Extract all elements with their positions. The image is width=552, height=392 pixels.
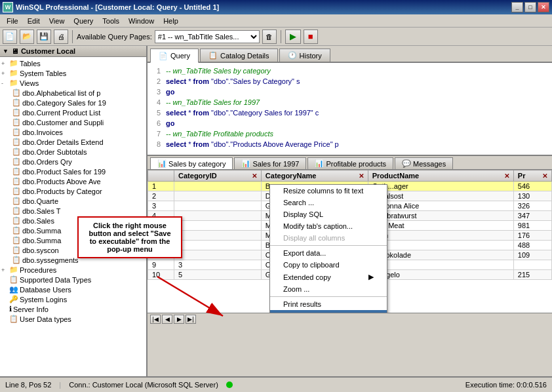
results-tab-label: Sales for 1997 <box>252 160 299 168</box>
sidebar-item-system-tables[interactable]: + 📁 System Tables <box>1 68 145 78</box>
list-item[interactable]: 📋dbo.Order Details Extend <box>12 137 145 147</box>
connection-info: Conn.: Customer Local (Microsoft SQL Ser… <box>69 381 218 389</box>
sidebar-header: ▼ 🖥 Customer Local <box>0 46 146 57</box>
ctx-item-label: Print results <box>283 300 321 308</box>
stop-button[interactable]: ■ <box>304 29 318 44</box>
ctx-item-modify-caption[interactable]: Modify tab's caption... <box>270 220 387 232</box>
sidebar-item-system-logins[interactable]: 🔑 System Logins <box>1 294 145 304</box>
ctx-item-copy-clipboard[interactable]: Copy to clipboard <box>270 259 387 271</box>
ctx-item-display-sql[interactable]: Display SQL <box>270 208 387 220</box>
delete-query-button[interactable]: 🗑 <box>262 29 277 44</box>
ctx-item-extended-copy[interactable]: Extended copy ▶ <box>270 271 387 283</box>
editor-line: 5 select * from "dbo"."Category Sales fo… <box>150 108 549 118</box>
minimize-button[interactable]: _ <box>511 2 523 12</box>
col-header-pr: Pr ✕ <box>513 170 551 182</box>
list-item[interactable]: 📋dbo.Invoices <box>12 127 145 137</box>
results-tab-label: Profitable products <box>326 160 386 168</box>
editor-line: 3 go <box>150 87 549 97</box>
ctx-item-save-executable[interactable]: Save to executable... <box>270 310 387 313</box>
results-tab-profitable[interactable]: 📊 Profitable products <box>307 157 393 169</box>
sidebar-icon: 🖥 <box>11 47 18 55</box>
list-item[interactable]: 📋dbo.Sales T <box>12 206 145 216</box>
tab-query[interactable]: 📄 Query <box>150 49 199 63</box>
sidebar-item-label: Views <box>20 79 39 87</box>
sidebar-item-procedures[interactable]: + 📁 Procedures <box>1 265 145 275</box>
list-item[interactable]: 📋dbo.Customer and Suppli <box>12 117 145 127</box>
ctx-item-label: Display SQL <box>283 210 323 218</box>
col-close-pr[interactable]: ✕ <box>542 172 547 180</box>
list-item[interactable]: 📋dbo.Product Sales for 199 <box>12 167 145 176</box>
ctx-separator <box>270 245 387 246</box>
sidebar-item-server-info[interactable]: ℹ Server Info <box>1 304 145 314</box>
ctx-item-label: Modify tab's caption... <box>283 222 353 230</box>
status-bar: Line 8, Pos 52 | Conn.: Customer Local (… <box>0 376 552 392</box>
ctx-item-display-all-cols: Display all columns <box>270 232 387 244</box>
top-tab-bar: 📄 Query 📋 Catalog Details 🕐 History <box>148 46 552 63</box>
list-item[interactable]: 📋dbo.Alphabetical list of p <box>12 88 145 98</box>
connection-status-dot <box>226 382 233 388</box>
list-item[interactable]: 📋dbo.Orders Qry <box>12 157 145 167</box>
expand-icon: + <box>1 70 8 77</box>
ctx-separator <box>270 296 387 297</box>
list-item[interactable]: 📋dbo.Products by Categor <box>12 186 145 196</box>
sidebar-item-views[interactable]: - 📁 Views <box>1 78 145 88</box>
tab-catalog-label: Catalog Details <box>220 52 269 60</box>
sidebar-item-label: System Logins <box>20 296 67 304</box>
menu-file[interactable]: File <box>3 16 22 26</box>
menu-help[interactable]: Help <box>159 16 182 26</box>
play-button[interactable]: ▶ <box>285 29 301 44</box>
col-close-productname[interactable]: ✕ <box>504 172 509 180</box>
tab-catalog-details[interactable]: 📋 Catalog Details <box>200 49 278 62</box>
sidebar-title: Customer Local <box>21 47 75 55</box>
menu-view[interactable]: View <box>45 16 69 26</box>
app-icon: W <box>3 2 13 12</box>
results-tab-sales-by-category[interactable]: 📊 Sales by category <box>150 157 233 169</box>
list-item[interactable]: 📋dbo.Current Product List <box>12 108 145 117</box>
results-tab-messages[interactable]: 💬 Messages <box>395 157 453 169</box>
ctx-item-print[interactable]: Print results <box>270 298 387 310</box>
close-button[interactable]: ✕ <box>538 2 549 12</box>
ctx-item-export[interactable]: Export data... <box>270 247 387 259</box>
ctx-item-resize[interactable]: Resize columns to fit text <box>270 185 387 197</box>
maximize-button[interactable]: □ <box>524 2 536 12</box>
svg-line-1 <box>157 277 223 316</box>
ctx-item-label: Display all columns <box>283 234 345 242</box>
col-close-categoryid[interactable]: ✕ <box>252 172 257 180</box>
tab-history[interactable]: 🕐 History <box>279 49 330 62</box>
query-editor[interactable]: 1 -- wn_TabTitle Sales by category 2 sel… <box>148 63 552 155</box>
sidebar-item-database-users[interactable]: 👥 Database Users <box>1 284 145 294</box>
expand-icon: + <box>1 60 8 67</box>
list-item[interactable]: 📋dbo.Products Above Ave <box>12 176 145 186</box>
list-item[interactable]: 📋dbo.Order Subtotals <box>12 147 145 157</box>
menu-tools[interactable]: Tools <box>98 16 123 26</box>
print-button[interactable]: 🖨 <box>54 29 68 44</box>
save-button[interactable]: 💾 <box>37 29 51 44</box>
results-tab-sales-1997[interactable]: 📊 Sales for 1997 <box>234 157 306 169</box>
col-header-productname: ProductName ✕ <box>368 170 513 182</box>
new-button[interactable]: 📄 <box>3 29 17 44</box>
menu-window[interactable]: Window <box>125 16 158 26</box>
list-item[interactable]: 📋dbo.Quarte <box>12 196 145 206</box>
list-item[interactable]: 📋dbo.Category Sales for 19 <box>12 98 145 108</box>
sidebar-item-label: User Data types <box>20 315 71 323</box>
editor-line: 2 select * from "dbo"."Sales by Category… <box>150 76 549 87</box>
sidebar-item-supported-data-types[interactable]: 📋 Supported Data Types <box>1 275 145 284</box>
query-pages-select[interactable]: #1 -- wn_TabTitle Sales... <box>155 30 260 43</box>
menu-edit[interactable]: Edit <box>24 16 44 26</box>
editor-line: 7 -- wn_TabTitle Profitable products <box>150 128 549 139</box>
sidebar-item-tables[interactable]: + 📁 Tables <box>1 58 145 68</box>
history-tab-icon: 🕐 <box>288 51 297 60</box>
ctx-item-search[interactable]: Search ... <box>270 197 387 208</box>
open-button[interactable]: 📂 <box>20 29 34 44</box>
col-header-categoryid: CategoryID ✕ <box>174 170 262 182</box>
callout-text: Click the right mouse button and select … <box>89 222 170 253</box>
sidebar-item-user-data-types[interactable]: 📋 User Data types <box>1 314 145 324</box>
collapse-icon[interactable]: ▼ <box>3 48 9 54</box>
col-close-categoryname[interactable]: ✕ <box>359 172 364 180</box>
sidebar-item-label: Server Info <box>13 305 49 313</box>
results-tab-label: Sales by category <box>168 160 226 168</box>
menu-query[interactable]: Query <box>69 16 97 26</box>
ctx-item-zoom[interactable]: Zoom ... <box>270 283 387 295</box>
ctx-item-label: Export data... <box>283 249 326 257</box>
sidebar-item-label: Procedures <box>20 266 56 274</box>
